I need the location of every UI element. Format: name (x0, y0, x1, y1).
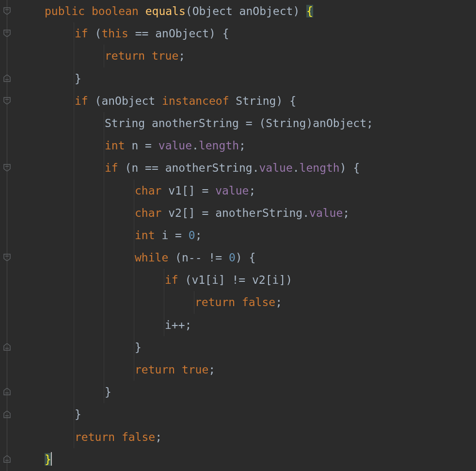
token-field: value (309, 207, 343, 219)
token-kw: instanceof (162, 95, 236, 107)
indent-guide (104, 157, 104, 179)
indent-guide (104, 224, 104, 246)
fold-expand-icon[interactable] (3, 253, 11, 261)
token-str: v2[] = anotherString. (168, 207, 309, 219)
code-editor[interactable]: public boolean equals(Object anObject) {… (0, 0, 476, 471)
token-str: i++; (165, 319, 191, 331)
indent-guide (74, 22, 74, 45)
token-str: (anObject (95, 95, 162, 107)
indent-guide (134, 224, 134, 246)
code-line[interactable]: public boolean equals(Object anObject) { (16, 0, 476, 22)
token-field: value (259, 162, 293, 174)
indent-guide (134, 358, 134, 381)
token-kw: char (135, 207, 168, 219)
token-kw: return false (195, 296, 275, 309)
token-brace-match: } (45, 453, 51, 466)
token-str: } (75, 408, 81, 421)
token-paren: ( (95, 27, 102, 40)
indent-guide (74, 403, 74, 425)
indent-guide (74, 179, 74, 202)
fold-collapse-icon[interactable] (3, 74, 11, 82)
token-field: length (300, 162, 340, 174)
indent-guide (164, 291, 164, 313)
token-str: String) { (236, 95, 296, 107)
code-line[interactable]: while (n-- != 0) { (16, 246, 476, 269)
code-area[interactable]: public boolean equals(Object anObject) {… (15, 0, 476, 471)
fold-collapse-icon[interactable] (3, 410, 11, 419)
code-line[interactable]: return true; (16, 45, 476, 67)
indent-guide (74, 90, 74, 112)
token-str: ; (195, 229, 202, 242)
indent-guide (74, 336, 74, 358)
token-field: value (215, 184, 249, 197)
code-line[interactable]: return false; (16, 426, 476, 448)
indent-guide (74, 426, 74, 448)
indent-guide (74, 157, 74, 179)
code-line[interactable]: String anotherString = (String)anObject; (16, 112, 476, 134)
token-str: ; (155, 431, 162, 443)
token-field: length (199, 139, 239, 152)
fold-collapse-icon[interactable] (3, 388, 11, 396)
token-kw: boolean (92, 5, 145, 17)
token-str: ) { (340, 162, 360, 174)
code-line[interactable]: return true; (16, 358, 476, 381)
fold-expand-icon[interactable] (3, 97, 11, 105)
indent-guide (104, 358, 104, 381)
token-cls: Object (192, 5, 239, 17)
text-caret (51, 452, 52, 466)
fold-collapse-icon[interactable] (3, 343, 11, 351)
token-str: } (105, 386, 111, 398)
indent-guide (134, 336, 134, 358)
token-kw: while (135, 251, 175, 264)
code-line[interactable]: } (16, 67, 476, 90)
indent-guide (134, 291, 134, 313)
indent-guide (104, 179, 104, 202)
code-line[interactable]: return false; (16, 291, 476, 313)
token-str: i = (161, 229, 188, 242)
token-kw: if (165, 274, 185, 286)
indent-guide (104, 134, 104, 157)
code-line[interactable]: } (16, 448, 476, 471)
token-str: ; (178, 49, 185, 62)
token-str: v1[] = (168, 184, 215, 197)
indent-guide (104, 246, 104, 269)
token-paren: ) (293, 5, 306, 17)
code-line[interactable]: if (anObject instanceof String) { (16, 90, 476, 112)
token-str: } (75, 72, 81, 85)
code-line[interactable]: } (16, 381, 476, 403)
fold-expand-icon[interactable] (3, 29, 11, 37)
code-line[interactable]: if (this == anObject) { (16, 22, 476, 45)
indent-guide (74, 45, 74, 67)
indent-guide (104, 45, 104, 67)
code-line[interactable]: int n = value.length; (16, 134, 476, 157)
token-kw: if (75, 27, 95, 40)
token-str: (n == anotherString. (125, 162, 259, 174)
code-line[interactable]: int i = 0; (16, 224, 476, 246)
token-kw: public (45, 5, 92, 17)
indent-guide (134, 179, 134, 202)
fold-expand-icon[interactable] (3, 7, 11, 15)
token-str: ) { (236, 251, 256, 264)
token-str: ; (208, 363, 215, 376)
code-line[interactable]: } (16, 336, 476, 358)
token-str: ; (249, 184, 255, 197)
token-field: value (159, 139, 192, 152)
fold-expand-icon[interactable] (3, 163, 11, 172)
code-line[interactable]: char v2[] = anotherString.value; (16, 202, 476, 224)
code-line[interactable]: } (16, 403, 476, 425)
indent-guide (74, 224, 74, 246)
indent-guide (74, 269, 74, 291)
code-line[interactable]: char v1[] = value; (16, 179, 476, 202)
code-line[interactable]: if (n == anotherString.value.length) { (16, 157, 476, 179)
fold-collapse-icon[interactable] (3, 455, 11, 463)
token-str: ; (275, 296, 282, 309)
gutter-fold-line (7, 0, 7, 471)
indent-guide (104, 314, 104, 336)
token-mname: equals (145, 5, 186, 17)
indent-guide (74, 202, 74, 224)
token-var: anObject (239, 5, 293, 17)
code-line[interactable]: if (v1[i] != v2[i]) (16, 269, 476, 291)
code-line[interactable]: i++; (16, 314, 476, 336)
indent-guide (134, 314, 134, 336)
token-str: . (192, 139, 199, 152)
